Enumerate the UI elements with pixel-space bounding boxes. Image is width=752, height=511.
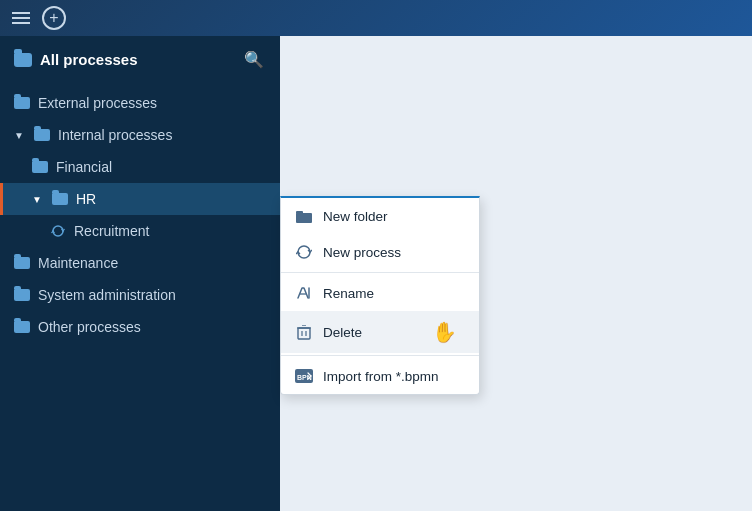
sidebar-item-label: Internal processes: [58, 127, 172, 143]
sidebar-item-recruitment[interactable]: Recruitment: [0, 215, 280, 247]
sidebar-item-label: External processes: [38, 95, 157, 111]
main-area: All processes 🔍 External processes ▼ Int…: [0, 36, 752, 511]
sidebar-item-label: Maintenance: [38, 255, 118, 271]
context-menu-new-folder[interactable]: New folder: [281, 198, 479, 234]
folder-icon: [14, 321, 30, 333]
sidebar-item-label: System administration: [38, 287, 176, 303]
folder-icon: [52, 193, 68, 205]
sidebar-item-hr[interactable]: ▼ HR: [0, 183, 280, 215]
context-menu-rename[interactable]: Rename: [281, 275, 479, 311]
folder-icon: [32, 161, 48, 173]
menu-divider: [281, 272, 479, 273]
svg-rect-4: [298, 328, 310, 339]
add-button[interactable]: +: [42, 6, 66, 30]
all-processes-header: All processes: [14, 51, 138, 68]
sidebar-item-financial[interactable]: Financial: [0, 151, 280, 183]
cursor-pointer: ✋: [432, 320, 457, 344]
context-menu-label: Rename: [323, 286, 374, 301]
context-menu-label: New process: [323, 245, 401, 260]
svg-rect-1: [296, 211, 303, 214]
content-area: New folder New process: [280, 36, 752, 511]
all-processes-title: All processes: [40, 51, 138, 68]
sidebar-item-maintenance[interactable]: Maintenance: [0, 247, 280, 279]
rename-icon: [295, 284, 313, 302]
menu-divider: [281, 355, 479, 356]
bpmn-icon: BPN: [295, 367, 313, 385]
folder-icon: [34, 129, 50, 141]
sidebar-item-sysadmin[interactable]: System administration: [0, 279, 280, 311]
context-menu-label: Delete: [323, 325, 362, 340]
folder-icon: [14, 257, 30, 269]
sidebar: All processes 🔍 External processes ▼ Int…: [0, 36, 280, 511]
sidebar-header: All processes 🔍: [0, 36, 280, 83]
sidebar-item-label: HR: [76, 191, 96, 207]
chevron-down-icon: ▼: [14, 130, 26, 141]
delete-icon: [295, 323, 313, 341]
sidebar-item-label: Recruitment: [74, 223, 149, 239]
context-menu: New folder New process: [280, 196, 480, 395]
context-menu-label: Import from *.bpmn: [323, 369, 439, 384]
chevron-down-icon: ▼: [32, 194, 44, 205]
sidebar-item-label: Other processes: [38, 319, 141, 335]
sidebar-item-label: Financial: [56, 159, 112, 175]
context-menu-delete[interactable]: Delete ✋: [281, 311, 479, 353]
context-menu-label: New folder: [323, 209, 388, 224]
all-processes-folder-icon: [14, 53, 32, 67]
search-button[interactable]: 🔍: [242, 48, 266, 71]
sidebar-item-external[interactable]: External processes: [0, 87, 280, 119]
process-icon: [50, 224, 66, 238]
sidebar-tree: External processes ▼ Internal processes …: [0, 83, 280, 347]
top-bar: +: [0, 0, 752, 36]
svg-rect-0: [296, 213, 312, 223]
sidebar-item-other[interactable]: Other processes: [0, 311, 280, 343]
context-menu-new-process[interactable]: New process: [281, 234, 479, 270]
process-icon: [295, 243, 313, 261]
folder-icon: [14, 289, 30, 301]
sidebar-item-internal[interactable]: ▼ Internal processes: [0, 119, 280, 151]
hamburger-icon[interactable]: [12, 12, 30, 24]
folder-icon: [14, 97, 30, 109]
folder-icon: [295, 207, 313, 225]
context-menu-import-bpmn[interactable]: BPN Import from *.bpmn: [281, 358, 479, 394]
